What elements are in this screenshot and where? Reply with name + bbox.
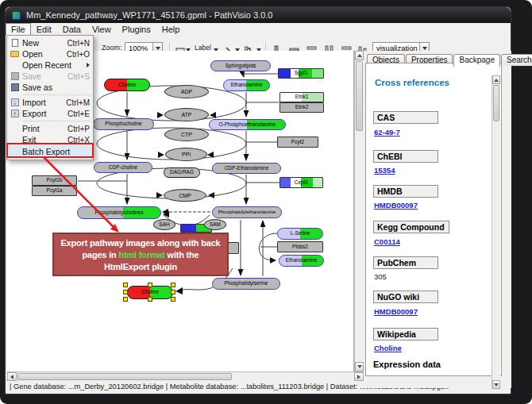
xref-source-kegg: Kegg Compound: [373, 221, 449, 233]
window-title: Mm_Kennedy_pathway_WP1771_45176.gpml - P…: [26, 7, 272, 23]
open-folder-icon: [7, 51, 22, 57]
pathvisio-screenshot: Mm_Kennedy_pathway_WP1771_45176.gpml - P…: [0, 0, 532, 404]
node-ctp[interactable]: CTP: [164, 128, 209, 141]
node-sah[interactable]: SAH: [153, 219, 175, 230]
menu-separator: [23, 121, 91, 121]
node-choline-top[interactable]: Choline: [104, 79, 150, 91]
xref-value-pubchem: 305: [374, 272, 387, 281]
node-pcyt1b[interactable]: Pcyt1b: [32, 175, 77, 186]
node-phosphocholine[interactable]: Phosphocholine: [93, 118, 154, 130]
xref-link-kegg[interactable]: C00114: [374, 237, 400, 246]
app-icon: [12, 11, 21, 20]
node-adp[interactable]: ADP: [164, 85, 209, 98]
new-file-icon: [7, 39, 22, 47]
tab-search[interactable]: Search: [501, 54, 532, 66]
node-sam[interactable]: SAM: [204, 219, 226, 230]
xref-source-wikipedia: Wikipedia: [373, 328, 438, 341]
node-dag[interactable]: DAG/RAG: [164, 167, 200, 178]
file-menu: NewCtrl+N OpenCtrl+O Open Recent SaveCtr…: [6, 35, 94, 160]
file-menu-save-as[interactable]: Save as: [7, 82, 93, 93]
node-o-phosphoethanolamine[interactable]: O-Phosphoethanolamine: [209, 119, 286, 130]
node-l-serine[interactable]: L-Serine: [277, 228, 323, 240]
file-menu-new[interactable]: NewCtrl+N: [7, 37, 93, 48]
xref-link-hmdb[interactable]: HMDB00097: [374, 201, 418, 210]
node-etnk2[interactable]: Etnk2: [279, 102, 324, 113]
annotation-callout: Export pathway images along with back pa…: [52, 233, 229, 276]
tab-backpage[interactable]: Backpage: [453, 54, 499, 67]
node-sgpl1[interactable]: Sgpl1: [278, 68, 324, 79]
node-phosphatidylcholines[interactable]: Phosphatidylcholines: [77, 206, 161, 219]
selection-handle[interactable]: [148, 297, 152, 302]
submenu-arrow-icon: [87, 63, 90, 67]
import-icon: ↓: [7, 98, 22, 106]
panel-tabs: ObjectsPropertiesBackpageSearchLegend: [367, 52, 532, 63]
node-cept1[interactable]: Cept1: [279, 177, 323, 188]
selection-handle[interactable]: [123, 297, 128, 302]
file-menu-import[interactable]: ↓ImportCtrl+M: [7, 97, 93, 108]
file-menu-batch-export[interactable]: Batch Export: [7, 145, 93, 158]
highlight-html-format: html format: [118, 250, 164, 260]
file-menu-open[interactable]: OpenCtrl+O: [7, 48, 93, 60]
file-menu-exit[interactable]: ExitCtrl+X: [7, 134, 93, 145]
xref-source-chebi: ChEBI: [373, 150, 438, 163]
xref-source-nugo: NuGO wiki: [373, 290, 438, 303]
node-phosphatidylserine[interactable]: Phosphatidylserine: [212, 278, 280, 290]
xref-link-chebi[interactable]: 15354: [374, 166, 395, 175]
node-hidden-gene-fragment[interactable]: [228, 242, 239, 254]
xref-link-cas[interactable]: 62-49-7: [374, 128, 400, 137]
selection-handle[interactable]: [148, 283, 152, 287]
xref-source-pubchem: PubChem: [373, 256, 438, 269]
side-panel: ObjectsPropertiesBackpageSearchLegend Cr…: [364, 51, 511, 388]
export-icon: ↑: [7, 110, 22, 117]
xref-source-hmdb: HMDB: [373, 185, 438, 198]
selection-handle[interactable]: [171, 297, 175, 302]
node-phosphatidylethanolamine[interactable]: Phosphatidylethanolamine: [212, 206, 282, 218]
node-sphingolipids[interactable]: Sphingolipids: [210, 60, 271, 71]
file-menu-open-recent[interactable]: Open Recent: [7, 60, 93, 71]
canvas-hscrollbar[interactable]: [7, 371, 364, 381]
node-ptdss2[interactable]: Ptdss2: [277, 241, 323, 252]
menu-help[interactable]: Help: [156, 24, 186, 35]
menu-bar: FileEditDataViewPluginsHelp: [6, 23, 511, 35]
node-cdp-ethanolamine[interactable]: CDP-Ethanolamine: [212, 163, 281, 174]
node-pcyt1a[interactable]: Pcyt1a: [32, 186, 77, 196]
file-menu-print[interactable]: PrintCtrl+P: [7, 123, 93, 134]
node-atp[interactable]: ATP: [164, 108, 209, 121]
selection-handle[interactable]: [123, 283, 128, 287]
save-icon: [7, 72, 22, 80]
selection-handle[interactable]: [171, 283, 175, 287]
node-ethanolamine-top[interactable]: Ethanolamine: [223, 79, 270, 91]
menu-file[interactable]: File: [6, 23, 31, 36]
menu-edit[interactable]: Edit: [31, 24, 57, 35]
panel-scrollbar[interactable]: [492, 75, 500, 389]
xref-link-nugo[interactable]: HMDB00097: [374, 307, 418, 316]
menu-view[interactable]: View: [87, 24, 117, 35]
title-bar[interactable]: Mm_Kennedy_pathway_WP1771_45176.gpml - P…: [6, 7, 511, 23]
node-cmp[interactable]: CMP: [164, 189, 206, 202]
file-menu-save[interactable]: SaveCtrl+S: [7, 71, 93, 82]
menu-plugins[interactable]: Plugins: [117, 24, 156, 35]
save-as-icon: [7, 83, 22, 91]
menu-separator: [23, 94, 91, 95]
cross-references-heading: Cross references: [375, 78, 449, 87]
node-ethanolamine-bottom[interactable]: Ethanolamine: [279, 255, 324, 267]
selection-handle[interactable]: [171, 290, 175, 294]
node-ppi[interactable]: PPi: [165, 148, 207, 161]
canvas-vscrollbar[interactable]: [354, 51, 364, 371]
expression-data-heading: Expression data: [373, 360, 441, 369]
node-pcyt2[interactable]: Pcyt2: [277, 137, 318, 148]
selection-handle[interactable]: [123, 290, 128, 294]
backpage-panel: Cross references CAS 62-49-7 ChEBI 15354…: [365, 63, 502, 376]
xref-link-wikipedia[interactable]: Choline: [374, 344, 402, 352]
menu-data[interactable]: Data: [57, 24, 87, 35]
xref-source-cas: CAS: [373, 111, 438, 124]
node-cdp-choline[interactable]: CDP-choline: [94, 162, 152, 173]
file-menu-export[interactable]: ↑ExportCtrl+E: [7, 108, 93, 119]
node-etnk1[interactable]: Etnk1: [279, 92, 324, 102]
